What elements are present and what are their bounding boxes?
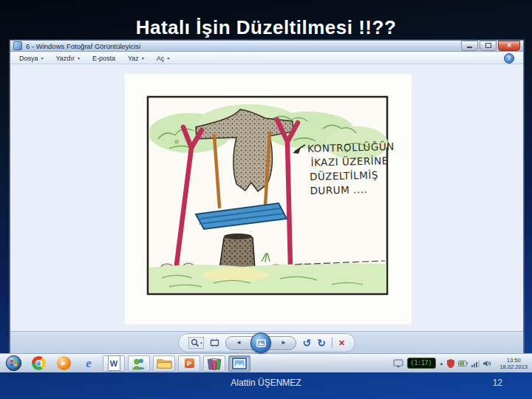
taskbar-item-chrome[interactable]	[27, 355, 50, 372]
help-button[interactable]: ?	[504, 53, 514, 64]
taskbar-item-explorer[interactable]	[153, 355, 175, 372]
window-title: 6 - Windows Fotoğraf Görüntüleyicisi	[26, 42, 461, 50]
folder-icon	[157, 357, 172, 369]
system-tray: (1:17) ▲ 13:50 18.02.2013	[393, 357, 530, 370]
powerpoint-icon: P	[185, 358, 194, 368]
taskbar-item-photo-viewer[interactable]	[228, 355, 250, 372]
taskbar: ▶ e W	[0, 353, 532, 372]
svg-text:KONTROLLÜĞÜN: KONTROLLÜĞÜN	[307, 140, 395, 154]
slideshow-button[interactable]	[250, 332, 271, 353]
word-icon: W	[108, 355, 120, 371]
chevron-down-icon: ▾	[167, 55, 169, 61]
actual-size-button[interactable]	[210, 338, 219, 347]
winrar-books-icon	[207, 356, 222, 371]
menu-label: Aç	[157, 55, 165, 62]
taskbar-item-internet-explorer[interactable]: e	[78, 355, 100, 372]
hidden-icons-chevron[interactable]: ▲	[440, 361, 444, 366]
menu-yazdir[interactable]: Yazdır ▾	[56, 55, 80, 62]
navigation-group: ◄ ►	[225, 332, 296, 353]
clock-time: 13:50	[507, 357, 521, 364]
presentation-slide: Hatalı İşin Düzeltilmesi !!?? 6 - Window…	[0, 0, 532, 399]
rotate-cw-button[interactable]: ↻	[317, 338, 326, 348]
media-player-icon: ▶	[57, 356, 71, 370]
security-shield-icon[interactable]	[447, 359, 454, 368]
menu-ac[interactable]: Aç ▾	[157, 55, 170, 62]
menu-label: Yaz	[128, 55, 139, 62]
battery-icon[interactable]	[458, 361, 468, 366]
toolbar-divider	[332, 338, 332, 348]
next-button[interactable]: ►	[267, 336, 296, 350]
taskbar-item-winrar[interactable]	[203, 355, 225, 372]
slideshow-icon	[256, 339, 266, 347]
taskbar-item-word[interactable]: W	[103, 355, 125, 372]
taskbar-item-powerpoint[interactable]: P	[178, 355, 200, 372]
windows-start-icon	[5, 355, 22, 372]
messenger-people-icon	[132, 356, 146, 371]
chrome-icon	[32, 356, 46, 370]
close-button[interactable]: ✕	[498, 41, 520, 51]
photo-viewer-window: 6 - Windows Fotoğraf Görüntüleyicisi ✕ D…	[10, 40, 524, 355]
magnifier-icon	[191, 338, 200, 347]
taskbar-clock[interactable]: 13:50 18.02.2013	[496, 357, 528, 370]
menu-eposta[interactable]: E-posta	[92, 55, 115, 62]
cartoon-drawing: KONTROLLÜĞÜN İKAZI ÜZERİNE DÜZELTİLMİŞ D…	[125, 74, 412, 324]
footer-author: Alattin ÜŞENMEZ	[0, 378, 532, 388]
window-controls: ✕	[461, 41, 520, 51]
menu-yaz[interactable]: Yaz ▾	[128, 55, 144, 62]
window-titlebar[interactable]: 6 - Windows Fotoğraf Görüntüleyicisi ✕	[10, 41, 523, 52]
taskbar-items: ▶ e W	[2, 355, 250, 372]
network-signal-icon[interactable]	[471, 360, 480, 367]
maximize-button[interactable]	[480, 41, 497, 51]
rotate-ccw-button[interactable]: ↺	[302, 338, 311, 348]
menu-bar: Dosya ▾ Yazdır ▾ E-posta Yaz ▾ Aç ▾ ?	[10, 52, 523, 64]
menu-dosya[interactable]: Dosya ▾	[19, 55, 44, 62]
maximize-icon	[485, 43, 491, 48]
chevron-down-icon: ▾	[200, 341, 202, 345]
svg-text:DURUM ....: DURUM ....	[310, 183, 367, 197]
previous-icon: ◄	[236, 340, 242, 346]
close-icon: ✕	[507, 43, 512, 49]
battery-meter-widget[interactable]: (1:17)	[407, 358, 436, 369]
play-icon: ▶	[61, 360, 66, 366]
fit-to-window-icon	[210, 338, 219, 347]
zoom-button[interactable]: ▾	[188, 337, 205, 349]
displayed-photo: KONTROLLÜĞÜN İKAZI ÜZERİNE DÜZELTİLMİŞ D…	[125, 74, 412, 324]
page-number: 12	[493, 378, 502, 388]
menu-label: Dosya	[19, 55, 38, 62]
menu-label: E-posta	[92, 55, 115, 62]
svg-text:DÜZELTİLMİŞ: DÜZELTİLMİŞ	[310, 168, 378, 183]
window-app-icon	[13, 41, 22, 50]
slide-title: Hatalı İşin Düzeltilmesi !!??	[0, 16, 532, 39]
chevron-down-icon: ▾	[142, 55, 144, 61]
tree-stump	[219, 233, 255, 269]
taskbar-item-messenger[interactable]	[128, 355, 150, 372]
minimize-icon	[467, 47, 472, 48]
next-icon: ►	[281, 340, 287, 346]
delete-button[interactable]: ✕	[338, 339, 345, 347]
start-button[interactable]	[2, 355, 24, 372]
chevron-down-icon: ▾	[41, 55, 44, 61]
viewer-toolbar: ▾ ◄ ►	[10, 331, 523, 354]
clock-date: 18.02.2013	[499, 364, 528, 370]
speaker-icon[interactable]	[483, 360, 492, 367]
viewer-canvas: KONTROLLÜĞÜN İKAZI ÜZERİNE DÜZELTİLMİŞ D…	[10, 65, 523, 332]
display-icon[interactable]	[393, 359, 403, 368]
internet-explorer-icon: e	[86, 357, 92, 369]
taskbar-item-media-player[interactable]: ▶	[52, 355, 75, 372]
chevron-down-icon: ▾	[78, 55, 80, 61]
minimize-button[interactable]	[461, 41, 478, 51]
photo-viewer-icon	[232, 358, 247, 369]
menu-label: Yazdır	[56, 55, 75, 62]
control-pill: ▾ ◄ ►	[178, 333, 355, 352]
question-icon: ?	[508, 55, 511, 61]
svg-text:İKAZI ÜZERİNE: İKAZI ÜZERİNE	[310, 154, 389, 168]
